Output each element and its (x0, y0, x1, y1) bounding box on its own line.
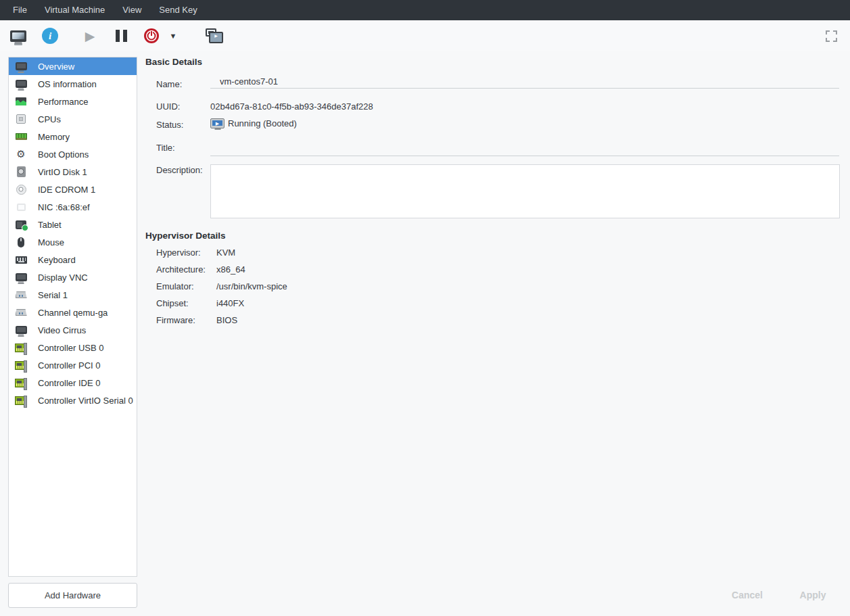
chipset-value: i440FX (216, 298, 244, 308)
sidebar-item-serial-1[interactable]: Serial 1 (9, 286, 137, 304)
emulator-value: /usr/bin/kvm-spice (216, 281, 287, 291)
sidebar-item-label: Performance (38, 97, 88, 107)
sidebar-item-label: Channel qemu-ga (38, 308, 108, 318)
toolbar: i ▶ ▼ (0, 20, 850, 51)
monitor-icon (14, 323, 28, 337)
sidebar-item-tablet[interactable]: Tablet (9, 216, 137, 233)
sidebar-item-label: OS information (38, 79, 97, 89)
name-label: Name: (156, 79, 182, 89)
menu-send-key[interactable]: Send Key (150, 0, 206, 20)
hypervisor-details-heading: Hypervisor Details (145, 231, 226, 241)
shutdown-button[interactable] (140, 24, 163, 47)
sidebar-item-controller-pci-0[interactable]: Controller PCI 0 (9, 356, 137, 374)
gear-icon: ⚙ (14, 147, 28, 161)
monitor-icon (14, 60, 28, 73)
title-field[interactable] (210, 144, 839, 156)
fullscreen-icon (826, 30, 837, 42)
sidebar-item-controller-ide-0[interactable]: Controller IDE 0 (9, 374, 137, 392)
description-field[interactable] (210, 164, 840, 218)
sidebar-item-virtio-disk-1[interactable]: VirtIO Disk 1 (9, 163, 137, 181)
monitor-icon (14, 77, 28, 91)
pause-icon (116, 30, 127, 42)
sidebar-item-nic[interactable]: NIC :6a:68:ef (9, 198, 137, 216)
run-button[interactable]: ▶ (78, 24, 101, 47)
cdrom-disc-icon (14, 183, 28, 196)
shutdown-menu-button[interactable]: ▼ (165, 24, 181, 47)
performance-chart-icon (14, 95, 28, 108)
sidebar-item-memory[interactable]: Memory (9, 128, 137, 145)
sidebar-item-label: Overview (38, 62, 74, 72)
pci-card-icon (14, 341, 28, 354)
sidebar-item-label: Boot Options (38, 149, 89, 160)
menu-view[interactable]: View (114, 0, 150, 20)
sidebar-item-label: Controller USB 0 (38, 343, 104, 353)
tablet-icon (14, 218, 28, 231)
fullscreen-button[interactable] (820, 24, 843, 47)
menu-virtual-machine[interactable]: Virtual Machine (36, 0, 114, 20)
architecture-label: Architecture: (156, 264, 206, 275)
hard-disk-icon (14, 165, 28, 179)
sidebar-item-boot-options[interactable]: ⚙ Boot Options (9, 145, 137, 163)
uuid-label: UUID: (156, 101, 180, 112)
pci-card-icon (14, 394, 28, 407)
sidebar-item-os-information[interactable]: OS information (9, 75, 137, 93)
sidebar-item-label: Keyboard (38, 255, 76, 265)
sidebar-item-label: Controller PCI 0 (38, 360, 100, 371)
pause-button[interactable] (110, 24, 133, 47)
sidebar-item-label: IDE CDROM 1 (38, 185, 95, 195)
sidebar-item-mouse[interactable]: Mouse (9, 233, 137, 251)
add-hardware-button[interactable]: Add Hardware (8, 583, 137, 608)
vm-running-icon (210, 118, 225, 128)
sidebar-item-channel-qemu-ga[interactable]: Channel qemu-ga (9, 304, 137, 321)
sidebar-item-label: Video Cirrus (38, 325, 86, 335)
sidebar-item-controller-virtio-serial-0[interactable]: Controller VirtIO Serial 0 (9, 392, 137, 409)
pci-card-icon (14, 358, 28, 372)
status-value: Running (Booted) (228, 118, 297, 128)
memory-ram-icon (14, 130, 28, 143)
sidebar-item-video-cirrus[interactable]: Video Cirrus (9, 321, 137, 339)
network-interface-icon (14, 200, 28, 214)
serial-port-icon (14, 288, 28, 302)
keyboard-icon (14, 253, 28, 266)
sidebar-item-label: CPUs (38, 114, 61, 124)
emulator-label: Emulator: (156, 281, 194, 291)
hypervisor-label: Hypervisor: (156, 247, 201, 258)
sidebar-item-label: Mouse (38, 237, 64, 247)
apply-button[interactable]: Apply (789, 587, 836, 603)
show-details-button[interactable]: i (39, 24, 62, 47)
sidebar-item-display-vnc[interactable]: Display VNC (9, 268, 137, 286)
sidebar-item-label: Display VNC (38, 273, 88, 283)
menu-file[interactable]: File (4, 0, 36, 20)
sidebar-item-performance[interactable]: Performance (9, 93, 137, 110)
cpu-chip-icon (14, 112, 28, 126)
firmware-label: Firmware: (156, 315, 195, 325)
mouse-icon (14, 235, 28, 249)
chipset-label: Chipset: (156, 298, 189, 308)
sidebar-item-controller-usb-0[interactable]: Controller USB 0 (9, 339, 137, 356)
sidebar-item-cpus[interactable]: CPUs (9, 110, 137, 128)
sidebar-item-label: Memory (38, 132, 70, 142)
serial-port-icon (14, 306, 28, 319)
sidebar-item-label: Tablet (38, 220, 62, 230)
power-icon (144, 28, 159, 43)
sidebar-item-keyboard[interactable]: Keyboard (9, 251, 137, 268)
architecture-value: x86_64 (216, 264, 245, 275)
title-label: Title: (156, 143, 175, 153)
basic-details-heading: Basic Details (145, 57, 202, 67)
sidebar-item-ide-cdrom-1[interactable]: IDE CDROM 1 (9, 181, 137, 198)
sidebar-item-label: VirtIO Disk 1 (38, 167, 87, 177)
firmware-value: BIOS (216, 315, 237, 325)
hypervisor-value: KVM (216, 247, 235, 258)
pci-card-icon (14, 376, 28, 389)
status-label: Status: (156, 120, 183, 130)
uuid-value: 02b4d67a-81c0-4f5b-ab93-346de37af228 (210, 101, 373, 112)
cancel-button[interactable]: Cancel (724, 587, 771, 603)
monitor-icon (14, 270, 28, 284)
info-icon: i (42, 28, 58, 44)
show-console-button[interactable] (7, 24, 30, 47)
sidebar-item-label: Serial 1 (38, 290, 68, 300)
name-field[interactable] (210, 76, 839, 89)
console-monitor-icon (10, 30, 26, 42)
virtual-displays-button[interactable] (203, 24, 226, 47)
sidebar-item-overview[interactable]: Overview (9, 57, 137, 75)
